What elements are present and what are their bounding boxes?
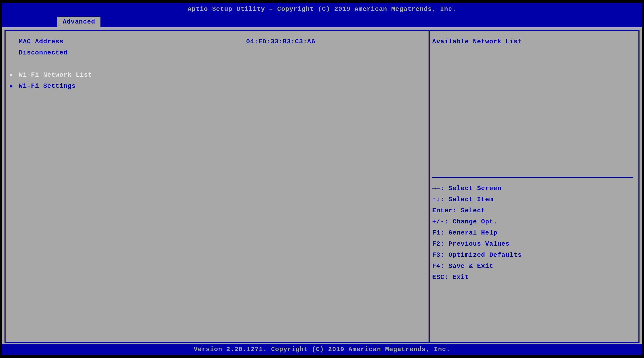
mac-address-label: MAC Address (19, 36, 246, 47)
footer-bar: Version 2.20.1271. Copyright (C) 2019 Am… (2, 344, 642, 355)
submenu-arrow-icon: ▶ (10, 70, 19, 81)
key-hint-select-item: ↑↓: Select Item (432, 194, 633, 205)
mac-address-value: 04:ED:33:B3:C3:A6 (246, 36, 423, 47)
menu-label: Wi-Fi Settings (19, 81, 76, 92)
submenu-arrow-icon: ▶ (10, 81, 19, 92)
connection-status: Disconnected (19, 47, 246, 58)
key-hint-f2: F2: Previous Values (432, 238, 633, 250)
key-hint-f4: F4: Save & Exit (432, 261, 633, 272)
key-hint-change-opt: +/-: Change Opt. (432, 216, 633, 227)
key-hint-select-screen: →←: Select Screen (432, 183, 633, 194)
key-hint-f1: F1: General Help (432, 227, 633, 238)
menu-wifi-network-list[interactable]: ▶ Wi-Fi Network List (8, 70, 423, 81)
panel-container: MAC Address 04:ED:33:B3:C3:A6 Disconnect… (4, 30, 640, 343)
bios-screen: Aptio Setup Utility – Copyright (C) 2019… (1, 2, 643, 356)
tab-advanced[interactable]: Advanced (57, 17, 100, 27)
tab-label: Advanced (63, 18, 95, 25)
help-title: Available Network List (432, 36, 633, 47)
title-bar: Aptio Setup Utility – Copyright (C) 2019… (2, 3, 642, 16)
menu-label: Wi-Fi Network List (19, 70, 92, 81)
footer-text: Version 2.20.1271. Copyright (C) 2019 Am… (194, 346, 450, 353)
help-divider (432, 177, 633, 178)
title-text: Aptio Setup Utility – Copyright (C) 2019… (188, 6, 457, 13)
left-panel: MAC Address 04:ED:33:B3:C3:A6 Disconnect… (6, 31, 430, 342)
key-hint-esc: ESC: Exit (432, 272, 633, 283)
mac-address-row: MAC Address 04:ED:33:B3:C3:A6 (8, 36, 423, 47)
key-hint-f3: F3: Optimized Defaults (432, 250, 633, 261)
connection-status-row: Disconnected (8, 47, 423, 58)
right-panel: Available Network List →←: Select Screen… (430, 31, 638, 342)
key-hint-enter: Enter: Select (432, 205, 633, 216)
main-area: MAC Address 04:ED:33:B3:C3:A6 Disconnect… (2, 27, 642, 344)
tab-row: Advanced (2, 16, 642, 27)
menu-wifi-settings[interactable]: ▶ Wi-Fi Settings (8, 81, 423, 92)
